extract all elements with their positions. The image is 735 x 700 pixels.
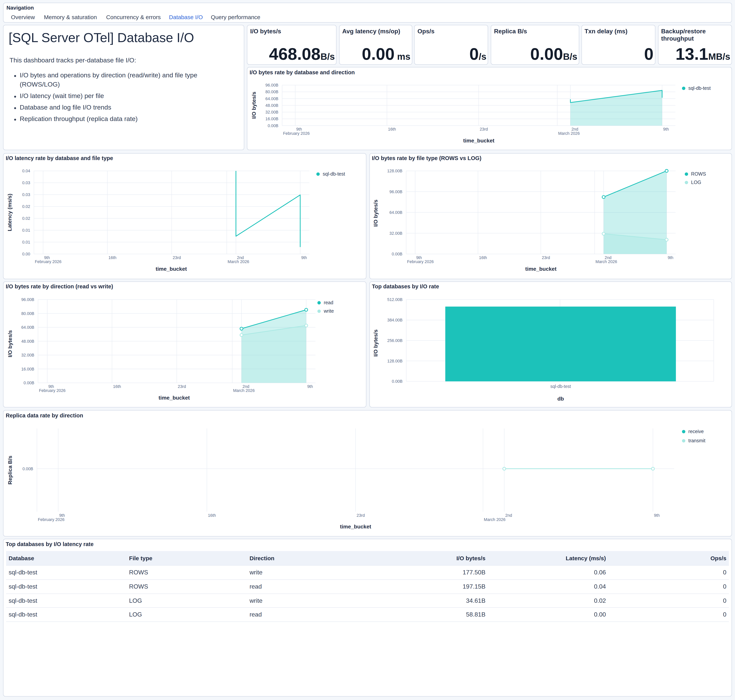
svg-text:February 2026: February 2026 xyxy=(407,259,434,264)
svg-text:March 2026: March 2026 xyxy=(233,388,255,393)
svg-text:16.00B: 16.00B xyxy=(21,367,34,371)
svg-text:16th: 16th xyxy=(108,256,116,260)
svg-text:0.03: 0.03 xyxy=(22,193,30,197)
svg-text:80.00B: 80.00B xyxy=(21,311,34,316)
svg-text:db: db xyxy=(557,396,564,402)
svg-text:128.00B: 128.00B xyxy=(387,359,403,363)
svg-text:0.02: 0.02 xyxy=(22,204,30,209)
svg-text:I/O bytes/s: I/O bytes/s xyxy=(251,92,257,119)
svg-text:23rd: 23rd xyxy=(480,127,488,132)
svg-text:March 2026: March 2026 xyxy=(595,259,617,264)
svg-text:9th: 9th xyxy=(59,513,65,518)
svg-text:0.00B: 0.00B xyxy=(268,124,278,128)
svg-text:I/O bytes/s: I/O bytes/s xyxy=(373,329,379,357)
svg-text:time_bucket: time_bucket xyxy=(340,524,371,529)
svg-text:sql-db-test: sql-db-test xyxy=(688,85,711,91)
svg-text:32.00B: 32.00B xyxy=(266,110,278,115)
svg-text:sql-db-test: sql-db-test xyxy=(323,171,345,176)
svg-text:0.01: 0.01 xyxy=(22,228,30,232)
svg-text:March 2026: March 2026 xyxy=(558,131,580,136)
svg-text:16th: 16th xyxy=(479,256,487,260)
svg-text:9th: 9th xyxy=(48,384,54,389)
svg-text:9th: 9th xyxy=(296,127,302,132)
svg-text:9th: 9th xyxy=(667,256,673,260)
svg-text:March 2026: March 2026 xyxy=(228,259,249,264)
svg-text:0.01: 0.01 xyxy=(22,240,30,244)
svg-text:256.00B: 256.00B xyxy=(387,338,403,343)
svg-text:384.00B: 384.00B xyxy=(387,318,403,322)
svg-text:16.00B: 16.00B xyxy=(266,116,278,121)
svg-text:96.00B: 96.00B xyxy=(21,297,34,302)
svg-text:16th: 16th xyxy=(208,513,216,518)
svg-text:time_bucket: time_bucket xyxy=(525,266,556,272)
svg-text:time_bucket: time_bucket xyxy=(159,395,190,401)
svg-text:96.00B: 96.00B xyxy=(390,190,403,194)
svg-text:23rd: 23rd xyxy=(542,256,550,260)
svg-text:128.00B: 128.00B xyxy=(387,169,403,173)
svg-text:9th: 9th xyxy=(307,384,313,389)
svg-text:February 2026: February 2026 xyxy=(38,517,65,522)
svg-text:2nd: 2nd xyxy=(243,384,249,389)
svg-text:64.00B: 64.00B xyxy=(21,325,34,330)
svg-text:0.00: 0.00 xyxy=(22,252,30,256)
svg-text:9th: 9th xyxy=(44,256,50,260)
svg-text:LOG: LOG xyxy=(691,179,701,185)
svg-text:time_bucket: time_bucket xyxy=(156,266,187,272)
svg-text:ROWS: ROWS xyxy=(691,171,706,176)
svg-text:Replica B/s: Replica B/s xyxy=(7,456,13,485)
svg-text:16th: 16th xyxy=(113,384,121,389)
svg-text:23rd: 23rd xyxy=(178,384,186,389)
svg-text:23rd: 23rd xyxy=(173,256,181,260)
svg-text:2nd: 2nd xyxy=(237,256,244,260)
svg-text:2nd: 2nd xyxy=(571,127,578,132)
svg-text:96.00B: 96.00B xyxy=(266,83,278,87)
svg-text:9th: 9th xyxy=(416,256,422,260)
svg-text:Latency (ms/s): Latency (ms/s) xyxy=(7,194,13,231)
svg-text:0.00B: 0.00B xyxy=(392,252,402,256)
svg-text:0.00B: 0.00B xyxy=(22,466,33,471)
svg-text:I/O bytes/s: I/O bytes/s xyxy=(7,330,13,357)
svg-text:2nd: 2nd xyxy=(605,256,612,260)
svg-text:48.00B: 48.00B xyxy=(21,339,34,344)
svg-text:9th: 9th xyxy=(654,513,660,518)
svg-text:32.00B: 32.00B xyxy=(390,231,403,236)
svg-text:write: write xyxy=(323,308,334,314)
svg-text:0.00B: 0.00B xyxy=(392,379,403,384)
svg-text:transmit: transmit xyxy=(688,438,705,443)
svg-text:read: read xyxy=(324,300,333,305)
svg-text:80.00B: 80.00B xyxy=(266,90,278,94)
svg-text:9th: 9th xyxy=(301,256,307,260)
svg-text:February 2026: February 2026 xyxy=(39,388,65,393)
svg-text:0.02: 0.02 xyxy=(22,216,30,221)
svg-text:receive: receive xyxy=(688,429,704,434)
svg-text:32.00B: 32.00B xyxy=(21,353,34,357)
svg-text:February 2026: February 2026 xyxy=(35,259,62,264)
svg-text:48.00B: 48.00B xyxy=(266,103,278,108)
svg-text:23rd: 23rd xyxy=(357,513,365,518)
svg-text:64.00B: 64.00B xyxy=(390,210,403,215)
svg-text:64.00B: 64.00B xyxy=(266,97,278,101)
svg-text:512.00B: 512.00B xyxy=(387,297,403,302)
svg-text:time_bucket: time_bucket xyxy=(463,138,494,144)
svg-text:February 2026: February 2026 xyxy=(283,131,310,136)
svg-text:9th: 9th xyxy=(663,127,669,132)
svg-text:March 2026: March 2026 xyxy=(484,517,506,522)
svg-text:0.03: 0.03 xyxy=(22,181,30,185)
svg-text:sql-db-test: sql-db-test xyxy=(550,384,571,389)
svg-text:0.00B: 0.00B xyxy=(24,381,34,385)
svg-text:0.04: 0.04 xyxy=(22,169,30,173)
svg-text:I/O bytes/s: I/O bytes/s xyxy=(373,200,379,227)
svg-text:2nd: 2nd xyxy=(505,513,512,518)
svg-text:16th: 16th xyxy=(388,127,396,132)
